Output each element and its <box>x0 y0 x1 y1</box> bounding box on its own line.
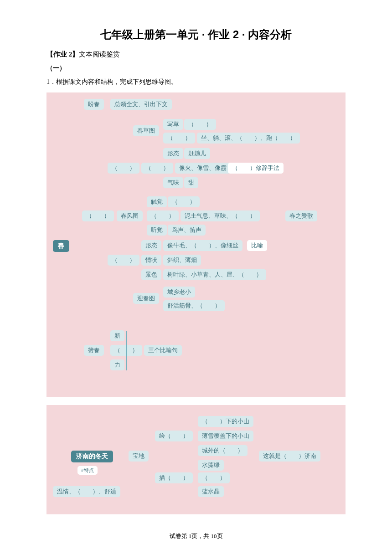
node-cao-blank2: （ ） <box>163 133 195 144</box>
node-hui-3: 城外的（ ） <box>198 445 248 456</box>
node-tingjue: 听觉 <box>147 225 167 236</box>
node-chunfeng: 春风图 <box>117 210 143 221</box>
node-baodi: 宝地 <box>129 451 149 462</box>
node-tingjue-v: 鸟声、笛声 <box>168 225 206 236</box>
node-cao-blank: （ ） <box>184 119 216 130</box>
node-cao-xie: 写草 <box>163 119 183 130</box>
node-qiwei-v: 甜 <box>184 177 198 188</box>
mindmap-jinan: 济南的冬天 #特点 温情、（ ）、舒适 宝地 绘（ ） 描（ ） （ ）下的小山… <box>46 405 346 514</box>
node-xingtai2: 形态 <box>141 240 161 251</box>
node-jingse: 景色 <box>141 269 161 280</box>
root-spring: 春 <box>53 240 69 252</box>
node-miao-3: 蓝水晶 <box>198 486 224 497</box>
jinan-features: 温情、（ ）、舒适 <box>53 486 120 497</box>
node-hui: 绘（ ） <box>155 431 193 441</box>
assignment-header: 【作业 2】文本阅读鉴赏 <box>46 50 346 59</box>
section-marker: （一） <box>46 64 346 72</box>
node-chujue: 触觉 <box>147 196 167 207</box>
node-chunzange: 春之赞歌 <box>285 210 317 221</box>
node-xingtai2-v: 像牛毛、（ ）、像细丝 <box>163 240 242 251</box>
node-conclusion: 这就是（ ）济南 <box>259 451 320 462</box>
root-jinan: 济南的冬天 <box>71 451 113 462</box>
question-1: 1．根据课文内容和结构，完成下列思维导图。 <box>46 78 346 86</box>
node-zan-xin: 新 <box>110 330 124 341</box>
node-zan-desc: 三个比喻句 <box>144 345 182 356</box>
node-blank-branch1: （ ） <box>108 163 139 174</box>
node-blank-middle: （ ） <box>82 210 114 221</box>
node-miao-2: （ ） <box>198 472 230 483</box>
node-qiwei: 气味 <box>163 177 183 188</box>
connector-bar <box>126 331 127 370</box>
node-chujue-desc: 泥土气息、草味、（ ） <box>181 210 260 221</box>
node-panchun: 盼春 <box>84 99 104 110</box>
node-hui-2: 薄雪覆盖下的小山 <box>198 431 253 441</box>
node-biyu: 比喻 <box>247 240 267 251</box>
node-hui-1: （ ）下的小山 <box>198 416 253 427</box>
node-jingse-v: 树叶绿、小草青、人、屋、（ ） <box>163 269 266 280</box>
page-title: 七年级上册第一单元 · 作业 2 · 内容分析 <box>46 27 346 42</box>
node-chujue-b2: （ ） <box>147 210 179 221</box>
node-zan-li: 力 <box>110 359 124 370</box>
node-miao-1: 水藻绿 <box>198 460 224 471</box>
node-chuncao: 春草图 <box>133 125 159 136</box>
assignment-desc: 文本阅读鉴赏 <box>79 51 120 58</box>
node-qingzhuang-v: 斜织、薄烟 <box>163 255 201 266</box>
node-xingtai: 形态 <box>163 148 183 159</box>
node-panchun-desc: 总领全文、引出下文 <box>110 99 172 110</box>
jinan-tag: #特点 <box>77 466 98 475</box>
node-miao: 描（ ） <box>155 472 193 483</box>
node-yingchun: 迎春图 <box>133 293 159 304</box>
node-rhetoric: （ ）修辞手法 <box>228 163 284 174</box>
node-zanchun: 赞春 <box>84 345 104 356</box>
page-footer: 试卷第 1页，共 10页 <box>0 532 392 540</box>
assignment-tag: 【作业 2】 <box>46 51 79 58</box>
node-blank-rain: （ ） <box>108 255 139 266</box>
node-simile: 像火、像雪、像霞 <box>175 163 231 174</box>
node-chujue-b: （ ） <box>168 196 200 207</box>
node-qingzhuang: 情状 <box>141 255 161 266</box>
node-blank-mid: （ ） <box>141 163 173 174</box>
mindmap-spring: 春 盼春 总领全文、引出下文 春草图 写草 （ ） （ ） 坐、躺、滚、（ ）、… <box>46 92 346 397</box>
node-cao-actions: 坐、躺、滚、（ ）、跑（ ） <box>197 133 300 144</box>
node-yingchun-2: 舒活筋骨、（ ） <box>163 300 225 311</box>
node-yingchun-1: 城乡老小 <box>163 287 195 298</box>
node-xingtai-v: 赶趟儿 <box>184 148 210 159</box>
